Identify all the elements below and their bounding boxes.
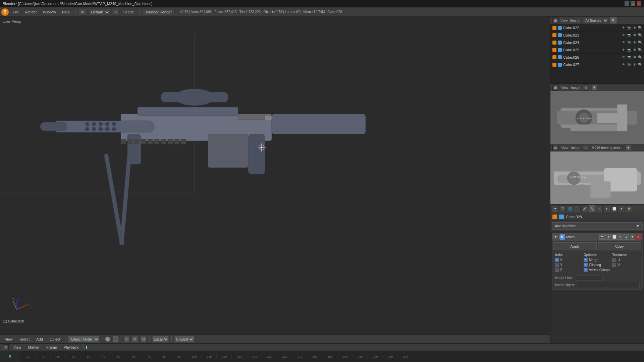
pivot-select[interactable]: Local (152, 336, 169, 343)
outliner-item[interactable]: Cube.027 👁 📷 ✱ 🔍 (550, 61, 644, 68)
vp-object-menu[interactable]: Object (48, 337, 62, 342)
timeline-editor-type[interactable]: ⊞ (3, 344, 9, 350)
modifier-up-btn[interactable]: ▲ (624, 234, 629, 240)
rotate-button[interactable]: ⟳ (132, 336, 138, 342)
object-mode-select[interactable]: Object Mode (68, 336, 99, 343)
select-icon[interactable]: ✱ (633, 48, 636, 52)
preview-top-extra-btn[interactable]: ⊞ (583, 84, 589, 90)
preview-bottom-extra-btn[interactable]: ⊞ (583, 145, 589, 151)
outliner-item[interactable]: Cube.024 👁 📷 ✱ 🔍 (550, 39, 644, 46)
cursor-icon[interactable]: 🔍 (638, 33, 642, 37)
merge-checkbox[interactable] (584, 258, 588, 262)
scale-button[interactable]: ⊡ (141, 336, 147, 342)
render-icon[interactable]: 📷 (627, 33, 631, 37)
props-constraints-icon[interactable]: 🔗 (581, 205, 588, 212)
props-material-icon[interactable]: ● (603, 205, 610, 212)
preview-editor-type-top[interactable]: ⊞ (552, 84, 558, 90)
timeline-frame-menu[interactable]: Frame (44, 345, 59, 350)
all-scenes-select[interactable]: All Scenes (582, 18, 608, 23)
vp-view-menu[interactable]: View (3, 337, 15, 342)
visibility-icon[interactable]: 👁 (622, 63, 625, 66)
select-icon[interactable]: ✱ (633, 55, 636, 59)
timeline-marker-menu[interactable]: Marker (26, 345, 42, 350)
texture-u-checkbox[interactable] (612, 258, 616, 262)
preview-image-label-top[interactable]: Image (571, 86, 581, 89)
snap-select[interactable]: Closest (174, 336, 194, 343)
props-particles-icon[interactable]: ✦ (618, 205, 625, 212)
cursor-icon[interactable]: 🔍 (638, 63, 642, 66)
close-button[interactable]: ✕ (637, 1, 641, 6)
props-render-icon[interactable]: 📷 (552, 205, 558, 212)
visibility-icon[interactable]: 👁 (622, 26, 625, 29)
props-texture-icon[interactable]: ⬜ (611, 205, 618, 212)
select-icon[interactable]: ✱ (633, 41, 636, 44)
modifier-camera-btn[interactable]: 📷 (599, 234, 605, 240)
vp-add-menu[interactable]: Add (34, 337, 45, 342)
clipping-checkbox[interactable] (584, 263, 588, 267)
visibility-icon[interactable]: 👁 (622, 48, 625, 52)
preview-view-label-bottom[interactable]: View (561, 146, 569, 150)
shade-solid-button[interactable] (105, 337, 110, 342)
outliner-search-icon[interactable]: 🔍 (610, 17, 616, 23)
maximize-button[interactable]: □ (631, 1, 635, 6)
timeline-playback-menu[interactable]: Playback (62, 345, 81, 350)
render-icon[interactable]: 📷 (627, 26, 631, 29)
cursor-icon[interactable]: 🔍 (638, 26, 642, 29)
outliner-item[interactable]: Cube.026 👁 📷 ✱ 🔍 (550, 54, 644, 61)
outliner-view-label[interactable]: View (560, 19, 568, 22)
outliner-item[interactable]: Cube.022 👁 📷 ✱ 🔍 (550, 24, 644, 32)
cursor-icon[interactable]: 🔍 (638, 48, 642, 52)
outliner-editor-type[interactable]: ⊞ (552, 17, 558, 23)
vertex-groups-checkbox[interactable] (584, 268, 588, 272)
outliner-search-label[interactable]: Search (570, 19, 581, 22)
menu-window[interactable]: Window (41, 9, 58, 15)
mirror-object-button[interactable] (578, 282, 640, 288)
axis-z-checkbox[interactable] (555, 268, 559, 272)
preview-bottom-add-panel[interactable]: + (626, 145, 631, 150)
texture-v-checkbox[interactable] (612, 263, 616, 267)
select-icon[interactable]: ✱ (633, 33, 636, 37)
transform-button[interactable]: ↕ (124, 336, 129, 342)
select-icon[interactable]: ✱ (633, 63, 636, 66)
menu-file[interactable]: File (11, 9, 21, 15)
props-object-icon[interactable]: ⬛ (574, 205, 581, 212)
modifier-edit-btn[interactable]: ✎ (618, 234, 623, 240)
cursor-icon[interactable]: 🔍 (638, 41, 642, 44)
props-physics-icon[interactable]: ⚡ (626, 205, 632, 212)
copy-button[interactable]: Copy (598, 242, 641, 250)
modifier-eye-btn[interactable]: 👁 (605, 234, 611, 240)
modifier-toggle-button[interactable]: ▼ (553, 235, 558, 239)
outliner-item[interactable]: Cube.025 👁 📷 ✱ 🔍 (550, 46, 644, 54)
timeline-track[interactable]: 0 -10 0 10 20 30 40 50 60 70 80 90 100 1… (0, 351, 644, 362)
axis-x-checkbox[interactable] (555, 258, 559, 262)
viewport[interactable]: User Persp (0, 17, 550, 343)
props-scene-icon[interactable]: 🎬 (559, 205, 566, 212)
outliner-item[interactable]: Cube.023 👁 📷 ✱ 🔍 (550, 32, 644, 39)
render-icon[interactable]: 📷 (627, 41, 631, 44)
preview-top-add-panel[interactable]: + (592, 85, 597, 90)
layout-select[interactable]: Default (88, 9, 110, 15)
shade-wire-button[interactable] (113, 337, 118, 342)
timeline-view-menu[interactable]: View (11, 345, 23, 350)
preview-image-label-bottom[interactable]: Image (571, 146, 581, 150)
visibility-icon[interactable]: 👁 (622, 33, 625, 37)
axis-y-checkbox[interactable] (555, 263, 559, 267)
preview-editor-type-bottom[interactable]: ⊞ (552, 145, 558, 151)
vp-select-menu[interactable]: Select (17, 337, 32, 342)
editor-type-button[interactable]: ⊞ (79, 9, 86, 15)
add-modifier-button[interactable]: Add Modifier ▼ (552, 222, 643, 230)
render-icon[interactable]: 📷 (627, 63, 631, 66)
preview-view-label-top[interactable]: View (561, 86, 569, 89)
minimize-button[interactable]: ─ (625, 1, 629, 6)
menu-render[interactable]: Render (23, 9, 39, 15)
cursor-icon[interactable]: 🔍 (638, 55, 642, 59)
visibility-icon[interactable]: 👁 (622, 55, 625, 59)
props-modifier-icon[interactable]: 🔧 (589, 205, 595, 212)
menu-help[interactable]: Help (60, 9, 72, 15)
visibility-icon[interactable]: 👁 (622, 41, 625, 44)
scene-type-button[interactable]: ⊞ (112, 9, 119, 15)
props-world-icon[interactable]: 🌐 (567, 205, 573, 212)
modifier-down-btn[interactable]: ▼ (630, 234, 635, 240)
modifier-render-btn[interactable]: ⬜ (611, 234, 617, 240)
apply-button[interactable]: Apply (553, 242, 597, 250)
